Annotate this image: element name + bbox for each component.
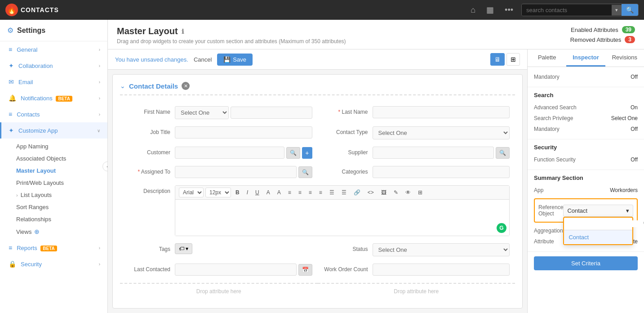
rte-body[interactable]: G [175, 200, 509, 236]
dropdown-search-input[interactable] [568, 220, 643, 227]
sidebar-item-print-web-layouts[interactable]: Print/Web Layouts [16, 177, 107, 189]
sidebar-item-customize[interactable]: ✦Customize App ∨ [0, 122, 107, 139]
tab-revisions[interactable]: Revisions [605, 49, 644, 67]
rte-preview-button[interactable]: 👁 [403, 188, 413, 197]
rte-align-right-button[interactable]: ≡ [306, 188, 315, 197]
chart-icon[interactable]: ▦ [484, 2, 497, 18]
rte-align-left-button[interactable]: ≡ [285, 188, 294, 197]
sidebar-item-master-layout[interactable]: Master Layout [16, 165, 107, 177]
sidebar-item-app-naming[interactable]: App Naming [16, 140, 107, 152]
chevron-right-icon: › [99, 262, 100, 267]
rte-align-center-button[interactable]: ≡ [296, 188, 304, 197]
rte-image-button[interactable]: 🖼 [378, 188, 389, 197]
last-name-label: Last Name [323, 106, 368, 115]
home-icon[interactable]: ⌂ [468, 3, 478, 18]
contact-type-label: Contact Type [323, 126, 368, 135]
search-input[interactable] [522, 4, 612, 16]
tab-palette[interactable]: Palette [528, 49, 566, 67]
form-fields-grid: First Name Select One Last Name [120, 103, 515, 299]
search-submit-button[interactable]: 🔍 [622, 4, 638, 16]
last-contacted-input[interactable] [175, 264, 297, 276]
customer-add-button[interactable]: + [302, 147, 312, 159]
view-toggle: 🖥 ⊞ [490, 53, 520, 66]
logo-icon: 🔥 [5, 4, 18, 16]
customer-search-button[interactable]: 🔍 [286, 147, 300, 159]
sidebar-title: Settings [17, 27, 45, 35]
set-criteria-button[interactable]: Set Criteria [534, 256, 638, 270]
inspector-summary-section: Summary Section App Workorders Reference… [528, 170, 644, 252]
rte-table-button[interactable]: ⊞ [415, 188, 425, 197]
rte-bold-button[interactable]: B [233, 188, 242, 197]
sidebar-item-label: General [17, 46, 37, 53]
first-name-text-input[interactable] [231, 107, 312, 119]
calendar-icon[interactable]: 📅 [298, 264, 312, 276]
rte-highlight-button[interactable]: A [275, 188, 284, 197]
status-field: Status Select One [318, 240, 515, 260]
contact-type-select-input[interactable]: Select One [373, 127, 510, 139]
categories-input[interactable] [373, 166, 510, 178]
tab-inspector[interactable]: Inspector [566, 49, 605, 67]
rte-code-button[interactable]: <> [365, 188, 377, 197]
columns-view-button[interactable]: ⊞ [506, 53, 520, 66]
section-collapse-icon[interactable]: ⌄ [120, 82, 125, 89]
sidebar-item-general[interactable]: ≡General › [0, 41, 107, 58]
sidebar-item-email[interactable]: ✉Email › [0, 74, 107, 90]
supplier-search-button[interactable]: 🔍 [496, 147, 510, 159]
section-remove-button[interactable]: ✕ [182, 82, 190, 90]
sidebar-item-reports[interactable]: ≡Reports BETA › [0, 240, 107, 256]
rte-link-button[interactable]: 🔗 [351, 188, 363, 197]
status-select-input[interactable]: Select One [373, 244, 510, 256]
first-name-select[interactable]: Select One [175, 106, 229, 119]
more-options-icon[interactable]: ••• [502, 3, 516, 18]
rte-font-color-button[interactable]: A [264, 188, 273, 197]
sidebar-item-list-layouts[interactable]: › List Layouts [16, 189, 107, 201]
sidebar-item-sort-ranges[interactable]: Sort Ranges [16, 201, 107, 213]
cancel-button[interactable]: Cancel [194, 56, 212, 63]
sidebar-item-relationships[interactable]: Relationships [16, 213, 107, 225]
email-icon: ✉ [9, 78, 14, 85]
grammarly-icon[interactable]: G [497, 223, 506, 233]
last-name-text-input[interactable] [373, 106, 510, 118]
rte-align-justify-button[interactable]: ≡ [316, 188, 325, 197]
expand-icon: › [16, 192, 18, 198]
add-view-icon[interactable]: ⊕ [34, 228, 40, 235]
assigned-to-search-button[interactable]: 🔍 [298, 166, 312, 178]
rte-italic-button[interactable]: I [244, 188, 251, 197]
customize-icon: ✦ [9, 127, 14, 134]
rte-underline-button[interactable]: U [253, 188, 262, 197]
sidebar-item-associated-objects[interactable]: Associated Objects [16, 152, 107, 165]
unsaved-text: You have unsaved changes. [115, 56, 188, 63]
rte-font-family[interactable]: Arial [179, 188, 204, 197]
sidebar-item-views[interactable]: Views ⊕ [16, 225, 107, 238]
customer-field: Customer 🔍 + [120, 143, 318, 162]
drop-area-right[interactable]: Drop attribute here [318, 283, 515, 299]
customer-input[interactable] [175, 147, 284, 159]
ref-obj-select[interactable]: Contact ▾ [563, 205, 633, 217]
rte-list-button[interactable]: ☰ [327, 188, 337, 197]
supplier-field: Supplier 🔍 [318, 143, 515, 162]
job-title-input[interactable] [175, 126, 312, 139]
tags-button[interactable]: 🏷 ▾ [175, 243, 192, 254]
desktop-view-button[interactable]: 🖥 [490, 53, 505, 66]
assigned-to-input[interactable] [175, 166, 297, 178]
sidebar-item-collaboration[interactable]: ✦Collaboration › [0, 58, 107, 74]
unsaved-notice: You have unsaved changes. Cancel 💾 Save [115, 54, 253, 66]
rte-edit-button[interactable]: ✎ [391, 188, 401, 197]
sidebar: ⚙ Settings ≡General › ✦Collaboration › ✉… [0, 20, 108, 313]
rte-font-size[interactable]: 12px [205, 188, 231, 197]
dropdown-option-contact[interactable]: Contact [564, 230, 632, 244]
save-button[interactable]: 💾 Save [217, 54, 253, 66]
sidebar-item-security[interactable]: 🔒Security › [0, 256, 107, 272]
work-order-count-input[interactable] [373, 264, 510, 276]
rte-indent-button[interactable]: ☰ [339, 188, 349, 197]
drop-area-left[interactable]: Drop attribute here [120, 283, 318, 299]
info-icon[interactable]: ℹ [182, 28, 184, 35]
first-name-select-input[interactable]: Select One [175, 107, 228, 119]
status-select[interactable]: Select One [373, 243, 510, 256]
removed-attributes-badge: Removed Attributes 3 [570, 36, 635, 43]
contact-type-select[interactable]: Select One [373, 126, 510, 139]
supplier-input[interactable] [373, 147, 494, 159]
sidebar-item-contacts[interactable]: ≡Contacts › [0, 106, 107, 122]
search-dropdown-button[interactable]: ▾ [612, 5, 622, 15]
sidebar-item-notifications[interactable]: 🔔Notifications BETA › [0, 90, 107, 106]
